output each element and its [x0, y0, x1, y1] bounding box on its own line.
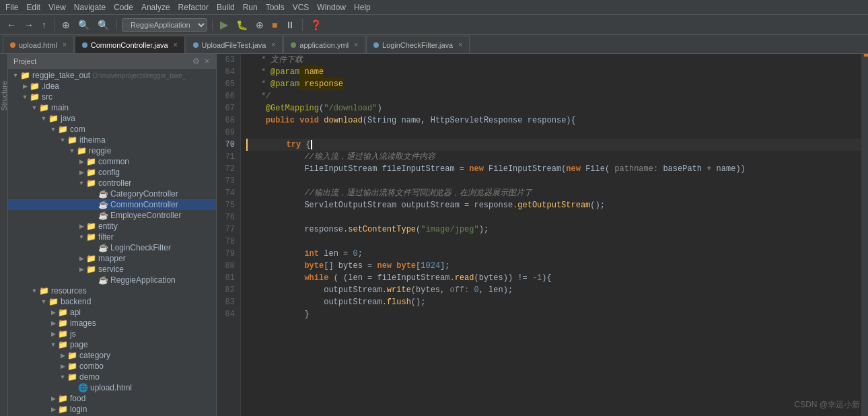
sidebar-close-icon[interactable]: ×	[203, 57, 211, 66]
menu-vcs[interactable]: VCS	[293, 3, 310, 12]
arrow-images: ▶	[48, 320, 58, 326]
cmt-71: //输入流，通过输入流读取文件内容	[246, 151, 435, 163]
tree-upload-html[interactable]: 🌐 upload.html	[8, 382, 216, 393]
tree-reggie[interactable]: ▼ 📁 reggie	[8, 145, 216, 156]
code-line-83: outputStream.flush();	[246, 296, 861, 308]
tree-category[interactable]: ▶ 📁 category	[8, 350, 216, 361]
tab-label-login-filter: LoginCheckFilter.java	[382, 41, 453, 49]
tree-reggie-app[interactable]: ☕ ReggieApplication	[8, 275, 216, 285]
forward-button[interactable]: →	[22, 18, 36, 32]
run-config-select[interactable]: ReggieApplication	[122, 18, 207, 32]
tree-config[interactable]: ▶ 📁 config	[8, 167, 216, 178]
tree-label-reggie: reggie	[89, 146, 111, 155]
tree-backend[interactable]: ▼ 📁 backend	[8, 296, 216, 307]
menu-analyze[interactable]: Analyze	[141, 3, 170, 12]
tree-filter[interactable]: ▼ 📁 filter	[8, 232, 216, 242]
menu-tools[interactable]: Tools	[266, 3, 285, 12]
menu-navigate[interactable]: Navigate	[74, 3, 106, 12]
menu-file[interactable]: File	[5, 3, 18, 12]
arrow-mapper: ▶	[77, 255, 86, 262]
tree-combo[interactable]: ▶ 📁 combo	[8, 361, 216, 372]
tree-food[interactable]: ▶ 📁 food	[8, 393, 216, 404]
tree-entity[interactable]: ▶ 📁 entity	[8, 221, 216, 232]
tree-controller[interactable]: ▼ 📁 controller	[8, 178, 216, 188]
search-button[interactable]: 🔍	[75, 18, 92, 32]
tree-label-config: config	[98, 168, 120, 177]
structure-label[interactable]: Structure	[0, 81, 8, 111]
tab-upload-html[interactable]: upload.html ×	[3, 36, 74, 53]
tree-itheima[interactable]: ▼ 📁 itheima	[8, 135, 216, 145]
fn-download: download	[324, 114, 363, 127]
ln-84: 84	[222, 308, 235, 320]
code-83b: ();	[411, 296, 426, 308]
folder-icon-category: 📁	[67, 351, 77, 360]
ln-73: 73	[222, 175, 235, 187]
tree-resources[interactable]: ▼ 📁 resources	[8, 285, 216, 296]
tree-main[interactable]: ▼ 📁 main	[8, 102, 216, 113]
tree-mapper[interactable]: ▶ 📁 mapper	[8, 253, 216, 264]
stop-button[interactable]: ■	[269, 18, 280, 32]
tab-close-upload-test[interactable]: ×	[272, 41, 276, 48]
tree-service[interactable]: ▶ 📁 service	[8, 264, 216, 275]
tree-label-category-folder: category	[79, 351, 110, 360]
tree-idea[interactable]: ▶ 📁 .idea	[8, 81, 216, 92]
menu-build[interactable]: Build	[217, 3, 235, 12]
menu-run[interactable]: Run	[243, 3, 258, 12]
tree-employee-controller[interactable]: ☕ EmployeeController	[8, 210, 216, 221]
code-line-69	[246, 127, 861, 139]
code-editor[interactable]: * 文件下载 * @param name * @param response *…	[241, 54, 861, 416]
tree-category-controller[interactable]: ☕ CategoryController	[8, 188, 216, 199]
code-82c: , len);	[479, 284, 513, 296]
tab-close-common[interactable]: ×	[174, 41, 178, 48]
run-with-coverage-button[interactable]: ⊕	[253, 18, 266, 32]
tree-label-common: common	[98, 157, 129, 166]
ln-79: 79	[222, 248, 235, 260]
ln-74: 74	[222, 187, 235, 199]
help-button[interactable]: ❓	[308, 18, 324, 32]
sidebar-right-buttons: ⚙ ×	[191, 57, 211, 66]
add-button[interactable]: ⊕	[59, 18, 73, 32]
tree-login-filter[interactable]: ☕ LoginCheckFilter	[8, 242, 216, 253]
tree-login-folder[interactable]: ▶ 📁 login	[8, 404, 216, 415]
tree-com[interactable]: ▼ 📁 com	[8, 124, 216, 135]
menu-window[interactable]: Window	[317, 3, 346, 12]
menu-help[interactable]: Help	[354, 3, 371, 12]
folder-icon-login: 📁	[58, 405, 68, 414]
back-button[interactable]: ←	[4, 18, 19, 32]
tab-application-yml[interactable]: application.yml ×	[283, 36, 365, 53]
tree-common[interactable]: ▶ 📁 common	[8, 156, 216, 167]
tree-images[interactable]: ▶ 📁 images	[8, 318, 216, 328]
tab-close-yml[interactable]: ×	[354, 41, 358, 48]
tree-label-backend: backend	[61, 297, 91, 306]
editor-area: 63 64 65 66 67 68 69 70 71 72 73 74 75 7…	[217, 54, 868, 416]
tree-page[interactable]: ▼ 📁 page	[8, 339, 216, 350]
tree-src[interactable]: ▼ 📁 src	[8, 92, 216, 102]
tree-root[interactable]: ▼ 📁 reggie_take_out D:\mavenprojects\reg…	[8, 70, 216, 81]
tree-api[interactable]: ▶ 📁 api	[8, 307, 216, 318]
kw-try: try	[287, 139, 306, 151]
up-button[interactable]: ↑	[39, 18, 49, 32]
tree-js[interactable]: ▶ 📁 js	[8, 328, 216, 339]
tab-label-common: CommonController.java	[91, 41, 168, 49]
menu-edit[interactable]: Edit	[26, 3, 40, 12]
tab-login-filter[interactable]: LoginCheckFilter.java ×	[366, 36, 470, 53]
debug-button[interactable]: 🐛	[233, 18, 250, 32]
run-button[interactable]: ▶	[217, 17, 231, 32]
tree-common-controller[interactable]: ☕ CommonController	[8, 199, 216, 210]
tab-close-login-filter[interactable]: ×	[458, 41, 462, 48]
tab-common-controller[interactable]: CommonController.java ×	[75, 36, 185, 53]
cls-fileinputstream: FileInputStream	[304, 163, 377, 175]
tab-upload-test[interactable]: UploadFileTest.java ×	[186, 36, 283, 53]
folder-icon-resources: 📁	[39, 286, 49, 296]
tab-close-upload[interactable]: ×	[63, 41, 67, 48]
menu-code[interactable]: Code	[114, 3, 133, 12]
ann-67: @GetMapping	[246, 102, 319, 114]
menu-refactor[interactable]: Refactor	[178, 3, 209, 12]
pause-button[interactable]: ⏸	[283, 18, 297, 32]
tree-demo[interactable]: ▼ 📁 demo	[8, 372, 216, 382]
menu-view[interactable]: View	[48, 3, 66, 12]
search2-button[interactable]: 🔍	[95, 18, 112, 32]
sidebar-gear-icon[interactable]: ⚙	[191, 57, 201, 66]
arrow-reggie: ▼	[67, 147, 77, 154]
tree-java[interactable]: ▼ 📁 java	[8, 113, 216, 124]
